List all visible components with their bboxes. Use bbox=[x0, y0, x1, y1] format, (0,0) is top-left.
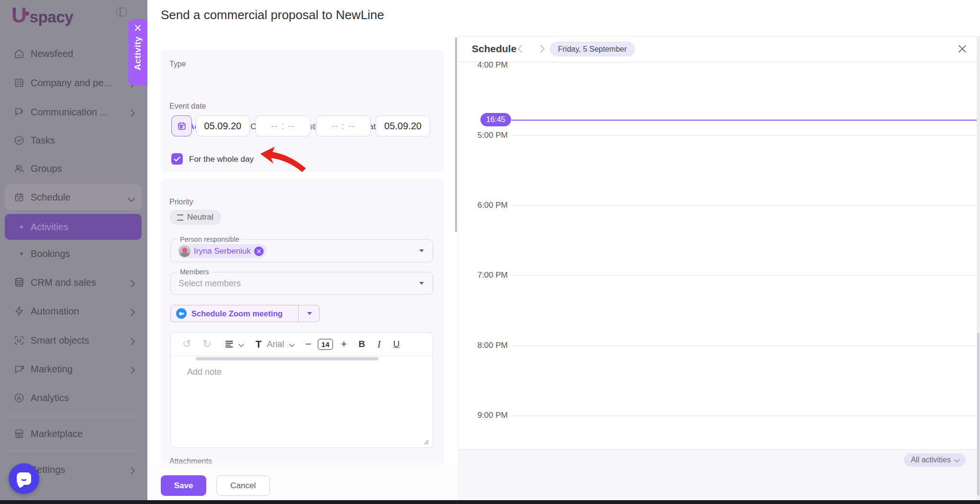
person-responsible-label: Person responsible bbox=[178, 235, 242, 243]
dropdown-arrow-icon[interactable] bbox=[419, 282, 424, 285]
font-family-select[interactable]: Arial bbox=[267, 339, 284, 349]
note-placeholder: Add note bbox=[187, 367, 222, 377]
italic-button[interactable]: I bbox=[378, 339, 381, 350]
date-picker-button[interactable] bbox=[171, 115, 192, 136]
font-dropdown-icon[interactable] bbox=[290, 342, 294, 346]
marketplace-icon bbox=[13, 428, 25, 439]
sidebar-item-marketplace[interactable]: Marketplace bbox=[0, 423, 147, 444]
sidebar-item-schedule[interactable]: Schedule bbox=[0, 184, 147, 210]
sidebar-item-tasks[interactable]: Tasks bbox=[0, 130, 147, 151]
type-date-card: Type Activity Call Meeting Chat Email bbox=[161, 50, 444, 172]
hour-row: 9:00 PM bbox=[459, 410, 980, 421]
members-label: Members bbox=[178, 268, 211, 276]
person-responsible-field[interactable]: Person responsible Iryna Serbeniuk bbox=[170, 239, 433, 262]
zoom-dropdown-toggle[interactable] bbox=[298, 305, 321, 322]
date-pill[interactable]: Friday, 5 September bbox=[550, 42, 635, 56]
sidebar-item-company[interactable]: Company and pe... bbox=[0, 72, 147, 93]
sidebar-item-analytics[interactable]: Analytics bbox=[0, 387, 147, 408]
sidebar-item-groups[interactable]: Groups bbox=[0, 158, 147, 179]
current-time-badge: 16:45 bbox=[480, 113, 511, 126]
sidebar-item-marketing[interactable]: Marketing bbox=[0, 358, 147, 380]
neutral-priority-icon bbox=[177, 214, 183, 221]
activities-filter-dropdown[interactable]: All activities bbox=[904, 453, 966, 467]
priority-value-pill[interactable]: Neutral bbox=[169, 210, 221, 225]
sidebar-item-activities[interactable]: Activities bbox=[0, 214, 147, 240]
sidebar: U spacy Newsfeed Company and pe... Commu… bbox=[0, 0, 147, 500]
start-date-input[interactable]: 05.09.20 bbox=[196, 115, 250, 136]
schedule-footer: All activities bbox=[459, 449, 980, 501]
sidebar-item-communication[interactable]: Communication ... bbox=[0, 101, 147, 123]
chevron-down-icon bbox=[129, 194, 134, 203]
close-icon[interactable] bbox=[134, 24, 142, 32]
schedule-panel: Schedule Friday, 5 September 4:00 PM 5:0… bbox=[458, 36, 980, 500]
side-tab-label: Activity bbox=[133, 36, 143, 70]
schedule-row-highlight bbox=[5, 184, 142, 210]
text-color-button[interactable]: T bbox=[256, 338, 262, 350]
avatar bbox=[179, 246, 190, 257]
whole-day-checkbox[interactable] bbox=[171, 153, 183, 165]
toolbar-scrollbar[interactable] bbox=[196, 357, 379, 360]
sidebar-item-crm[interactable]: CRM and sales bbox=[0, 272, 147, 293]
members-field[interactable]: Members Select members bbox=[170, 272, 433, 295]
chevron-right-icon bbox=[129, 280, 134, 288]
scrollbar-thumb[interactable] bbox=[977, 333, 980, 495]
schedule-grid[interactable]: 4:00 PM 5:00 PM 6:00 PM 7:00 PM 8:00 PM … bbox=[459, 62, 980, 449]
collapse-sidebar-icon[interactable] bbox=[116, 8, 127, 16]
zoom-camera-icon bbox=[176, 308, 187, 319]
calendar-icon bbox=[13, 191, 25, 203]
analytics-icon bbox=[13, 392, 25, 403]
activity-side-tab[interactable]: Activity bbox=[128, 19, 147, 85]
automation-icon bbox=[13, 305, 25, 317]
prev-day-button[interactable] bbox=[519, 45, 525, 52]
save-button[interactable]: Save bbox=[161, 475, 206, 496]
cancel-button[interactable]: Cancel bbox=[216, 475, 270, 496]
form-scrollbar[interactable] bbox=[455, 37, 457, 232]
company-icon bbox=[13, 77, 25, 89]
check-icon bbox=[174, 157, 180, 162]
communication-icon bbox=[13, 106, 25, 118]
page-scrollbar[interactable] bbox=[977, 36, 980, 500]
sidebar-item-smart-objects[interactable]: Smart objects bbox=[0, 330, 147, 351]
redo-icon[interactable]: ↻ bbox=[202, 338, 211, 350]
sidebar-item-newsfeed[interactable]: Newsfeed bbox=[0, 43, 147, 64]
remove-person-icon[interactable] bbox=[254, 246, 264, 256]
bold-button[interactable]: B bbox=[358, 339, 365, 349]
sidebar-divider bbox=[7, 451, 141, 452]
crm-icon bbox=[13, 277, 25, 288]
whole-day-label[interactable]: For the whole day bbox=[189, 155, 254, 164]
chat-widget-button[interactable] bbox=[9, 463, 39, 494]
schedule-zoom-meeting-button[interactable]: Schedule Zoom meeting bbox=[170, 305, 320, 322]
logo-letter: U bbox=[11, 5, 27, 26]
next-day-button[interactable] bbox=[538, 45, 545, 52]
chevron-right-icon bbox=[129, 109, 134, 118]
home-icon bbox=[13, 48, 25, 59]
resize-handle-icon[interactable] bbox=[422, 438, 429, 445]
chevron-right-icon bbox=[129, 308, 134, 317]
uspacy-logo[interactable]: U spacy bbox=[11, 5, 73, 26]
start-time-input[interactable]: -- : -- bbox=[256, 115, 311, 136]
undo-icon[interactable]: ↺ bbox=[182, 338, 191, 350]
hour-row: 6:00 PM bbox=[459, 200, 980, 211]
app-screen: U spacy Newsfeed Company and pe... Commu… bbox=[0, 0, 980, 504]
close-panel-icon[interactable] bbox=[957, 44, 968, 54]
align-icon[interactable] bbox=[225, 340, 234, 348]
event-date-row: 05.09.20 -- : -- -- : -- 05.09.20 bbox=[171, 115, 430, 136]
sidebar-item-automation[interactable]: Automation bbox=[0, 301, 147, 322]
red-annotation-arrow bbox=[259, 146, 311, 174]
logo-text: spacy bbox=[30, 8, 73, 26]
members-placeholder: Select members bbox=[178, 279, 241, 289]
dropdown-arrow-icon[interactable] bbox=[419, 249, 424, 252]
person-chip[interactable]: Iryna Serbeniuk bbox=[178, 244, 267, 258]
underline-button[interactable]: U bbox=[393, 339, 400, 349]
note-editor[interactable]: ↺ ↻ T Arial − 14 + B I U Add note bbox=[170, 332, 433, 448]
decrease-font-button[interactable]: − bbox=[305, 338, 312, 350]
font-size-value[interactable]: 14 bbox=[318, 339, 334, 350]
increase-font-button[interactable]: + bbox=[341, 338, 347, 350]
hour-row: 7:00 PM bbox=[459, 269, 980, 281]
end-time-input[interactable]: -- : -- bbox=[316, 115, 371, 136]
event-date-label: Event date bbox=[169, 102, 206, 111]
end-date-input[interactable]: 05.09.20 bbox=[376, 115, 430, 136]
align-dropdown-icon[interactable] bbox=[239, 342, 243, 346]
sidebar-item-bookings[interactable]: Bookings bbox=[0, 243, 147, 264]
drawer-title: Send a commercial proposal to NewLine bbox=[161, 8, 384, 22]
